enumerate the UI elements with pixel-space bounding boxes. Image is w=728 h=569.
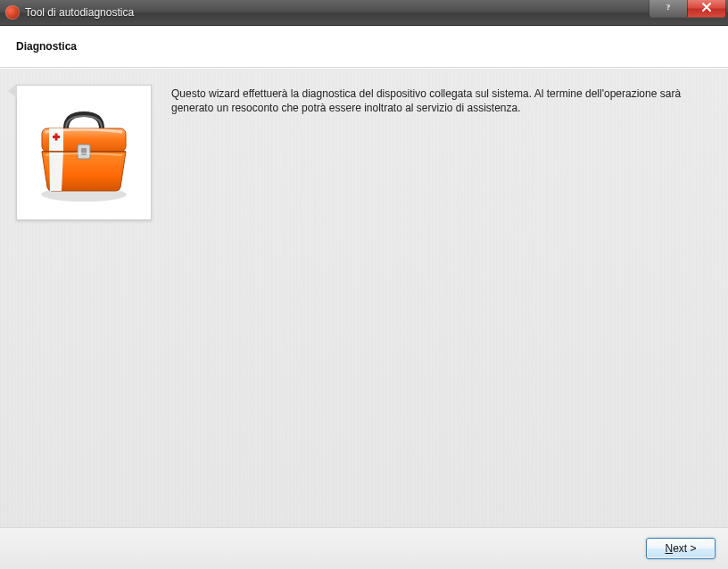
header-strip: Diagnostica [0, 26, 728, 68]
wizard-window: Tool di autodiagnostica ? Diagnostica [0, 0, 728, 569]
svg-rect-5 [55, 133, 58, 140]
close-button[interactable] [687, 0, 726, 18]
help-icon: ? [663, 2, 674, 15]
close-icon [701, 2, 712, 15]
titlebar: Tool di autodiagnostica ? [0, 0, 728, 26]
content-area: Questo wizard effettuerà la diagnostica … [0, 68, 728, 527]
footer-bar: Next > [0, 527, 728, 569]
toolbox-icon [26, 98, 142, 208]
svg-text:?: ? [666, 3, 671, 12]
next-button[interactable]: Next > [646, 538, 716, 559]
next-label-rest: ext > [673, 542, 696, 555]
window-title: Tool di autodiagnostica [25, 6, 134, 19]
wizard-description: Questo wizard effettuerà la diagnostica … [171, 85, 707, 115]
next-hotkey-letter: N [665, 542, 673, 555]
page-title: Diagnostica [16, 40, 77, 53]
help-button[interactable]: ? [649, 0, 688, 18]
app-icon [5, 5, 20, 20]
wizard-illustration [16, 85, 152, 220]
window-controls: ? [649, 0, 726, 18]
